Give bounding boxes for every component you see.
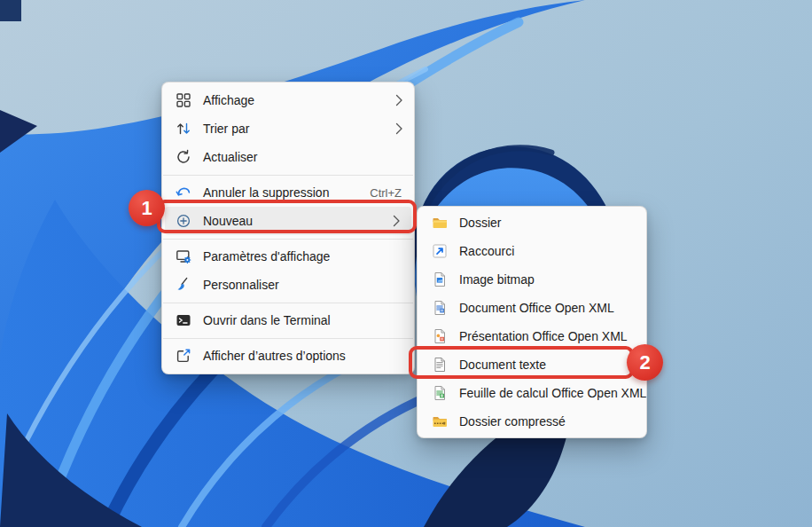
new-submenu-item-presentation-office-open-xml[interactable]: Présentation Office Open XML — [418, 322, 646, 350]
chevron-right-icon — [395, 94, 405, 106]
menu-separator — [163, 303, 413, 303]
shortcut-icon — [431, 243, 448, 260]
menu-item-label: Nouveau — [203, 214, 253, 228]
context-menu-item-personnaliser[interactable]: Personnaliser — [162, 271, 414, 299]
keyboard-shortcut: Ctrl+Z — [370, 186, 405, 200]
menu-item-label: Dossier — [459, 216, 501, 230]
menu-item-label: Paramètres d'affichage — [203, 249, 330, 264]
context-menu-item-afficher-autres-options[interactable]: Afficher d’autres d’options — [162, 342, 414, 370]
chevron-right-icon — [395, 122, 405, 135]
new-submenu-item-image-bitmap[interactable]: Image bitmap — [418, 265, 646, 294]
context-menu: AffichageTrier parActualiserAnnuler la s… — [161, 82, 415, 374]
new-submenu-item-raccourci[interactable]: Raccourci — [418, 237, 646, 265]
menu-item-label: Document texte — [459, 358, 546, 372]
new-submenu-item-dossier-compresse[interactable]: Dossier compressé — [418, 407, 646, 436]
grid-icon — [175, 92, 191, 109]
undo-icon — [175, 185, 191, 201]
context-menu-item-trier-par[interactable]: Trier par — [162, 114, 414, 143]
menu-item-label: Dossier compressé — [459, 414, 566, 429]
menu-item-label: Annuler la suppression — [203, 185, 329, 200]
more-options-icon — [175, 348, 191, 365]
menu-item-label: Document Office Open XML — [459, 301, 614, 315]
context-menu-item-nouveau[interactable]: Nouveau — [165, 207, 411, 235]
menu-item-label: Actualiser — [203, 150, 257, 164]
new-submenu-item-dossier[interactable]: Dossier — [418, 208, 646, 237]
folder-icon — [431, 215, 448, 232]
new-submenu-item-document-texte[interactable]: Document texte — [418, 350, 646, 379]
terminal-icon — [175, 312, 191, 329]
display-settings-icon — [175, 248, 191, 265]
menu-item-label: Feuille de calcul Office Open XML — [459, 386, 646, 400]
new-submenu-item-feuille-de-calcul-office-open-xml[interactable]: Feuille de calcul Office Open XML — [418, 379, 646, 407]
context-menu-item-ouvrir-terminal[interactable]: Ouvrir dans le Terminal — [162, 306, 414, 334]
menu-item-label: Trier par — [203, 122, 249, 136]
menu-separator — [163, 338, 413, 339]
spreadsheet-document-icon — [431, 385, 448, 402]
desktop: AffichageTrier parActualiserAnnuler la s… — [0, 0, 812, 527]
menu-separator — [163, 239, 413, 240]
presentation-document-icon — [431, 328, 448, 345]
new-submenu-item-document-office-open-xml[interactable]: Document Office Open XML — [418, 294, 646, 322]
refresh-icon — [175, 149, 191, 166]
chevron-right-icon — [393, 215, 402, 227]
menu-item-label: Présentation Office Open XML — [459, 329, 628, 343]
step-2-badge: 2 — [627, 344, 663, 381]
context-menu-item-parametres-affichage[interactable]: Paramètres d'affichage — [162, 242, 414, 271]
menu-item-label: Afficher d’autres d’options — [203, 349, 346, 363]
context-menu-item-actualiser[interactable]: Actualiser — [162, 143, 414, 171]
menu-item-label: Affichage — [203, 93, 254, 107]
menu-separator — [163, 175, 413, 176]
menu-item-label: Raccourci — [459, 244, 514, 258]
text-document-icon — [431, 357, 448, 374]
sort-icon — [175, 121, 191, 138]
menu-item-label: Image bitmap — [459, 272, 535, 287]
zip-folder-icon — [431, 413, 448, 430]
context-menu-item-affichage[interactable]: Affichage — [162, 86, 414, 114]
bitmap-image-icon — [431, 271, 448, 288]
menu-item-label: Ouvrir dans le Terminal — [203, 313, 331, 327]
new-submenu: DossierRaccourciImage bitmapDocument Off… — [417, 206, 647, 438]
brush-icon — [175, 277, 191, 294]
context-menu-item-annuler-la-suppression[interactable]: Annuler la suppressionCtrl+Z — [162, 178, 414, 207]
step-1-badge: 1 — [129, 190, 165, 226]
plus-circle-icon — [175, 213, 191, 230]
menu-item-label: Personnaliser — [203, 278, 279, 292]
word-document-icon — [431, 300, 448, 317]
